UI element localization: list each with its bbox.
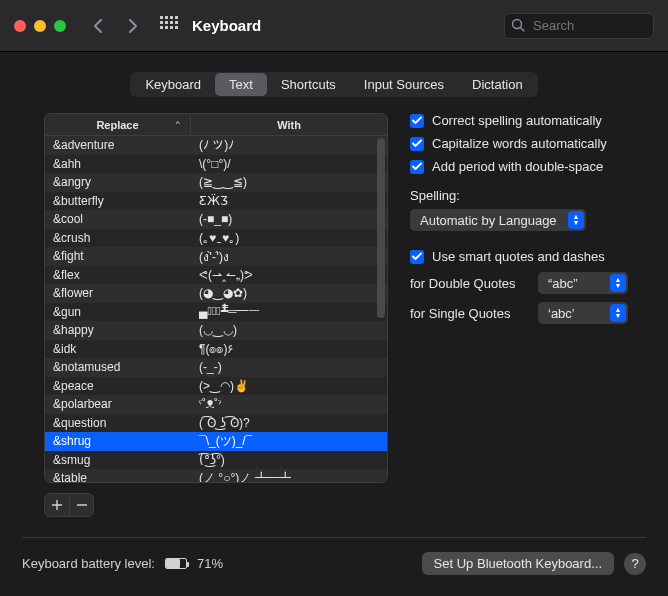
- cell-replace: &ahh: [45, 157, 191, 171]
- table-row[interactable]: &flower(◕‿◕✿): [45, 284, 387, 303]
- column-header-with-label: With: [277, 119, 301, 131]
- tab-dictation[interactable]: Dictation: [458, 73, 537, 96]
- tab-keyboard[interactable]: Keyboard: [131, 73, 215, 96]
- minimize-window-button[interactable]: [34, 20, 46, 32]
- help-button[interactable]: ?: [624, 553, 646, 575]
- tab-input-sources[interactable]: Input Sources: [350, 73, 458, 96]
- search-input[interactable]: [504, 13, 654, 39]
- table-row[interactable]: &butterflyƸӜƷ: [45, 192, 387, 211]
- cell-with: (≧‿‿≦): [191, 175, 387, 189]
- table-row[interactable]: &flexᕙ(⇀‸↼„)ᕗ: [45, 266, 387, 285]
- column-header-replace-label: Replace: [96, 119, 138, 131]
- capitalize-label: Capitalize words automatically: [432, 136, 607, 151]
- table-row[interactable]: &question( ͡ʘ ͜ʖ ͡ʘ)?: [45, 414, 387, 433]
- cell-with: (ノ °○°)ノ ┻━┻: [191, 470, 387, 482]
- capitalize-checkbox-row[interactable]: Capitalize words automatically: [410, 136, 638, 151]
- cell-with: (-■_■): [191, 212, 387, 226]
- cell-with: (◡‿◡): [191, 323, 387, 337]
- chevron-left-icon: [94, 19, 103, 33]
- table-row[interactable]: &shrug¯\_(ツ)_/¯: [45, 432, 387, 451]
- table-row[interactable]: &fight(ง'̀-'́)ง: [45, 247, 387, 266]
- table-row[interactable]: &happy(◡‿◡): [45, 321, 387, 340]
- table-row[interactable]: &angry(≧‿‿≦): [45, 173, 387, 192]
- search-field-wrap: [504, 13, 654, 39]
- column-header-with[interactable]: With: [191, 114, 387, 135]
- table-row[interactable]: &peace(>‿◠)✌: [45, 377, 387, 396]
- cell-replace: &idk: [45, 342, 191, 356]
- table-row[interactable]: &table(ノ °○°)ノ ┻━┻: [45, 469, 387, 482]
- spelling-select-value: Automatic by Language: [420, 213, 557, 228]
- back-button[interactable]: [84, 14, 112, 38]
- table-row[interactable]: &cool(-■_■): [45, 210, 387, 229]
- cell-replace: &butterfly: [45, 194, 191, 208]
- cell-with: ˁ˚ᴥ˚ˀ: [191, 397, 387, 411]
- cell-with: (͡°͜ʖ͡°): [191, 453, 387, 467]
- updown-arrows-icon: ▲▼: [610, 274, 626, 292]
- add-period-checkbox-row[interactable]: Add period with double-space: [410, 159, 638, 174]
- tab-shortcuts[interactable]: Shortcuts: [267, 73, 350, 96]
- remove-button[interactable]: [69, 494, 93, 516]
- text-replacement-table: Replace ⌃ With &adventure(ﾉ ツ)ﾉ&ahh\(°□°…: [44, 113, 388, 483]
- cell-with: (｡♥‿♥｡): [191, 231, 387, 245]
- cell-with: ᕙ(⇀‸↼„)ᕗ: [191, 268, 387, 282]
- zoom-window-button[interactable]: [54, 20, 66, 32]
- cell-replace: &cool: [45, 212, 191, 226]
- cell-with: \(°□°)/: [191, 157, 387, 171]
- cell-replace: &polarbear: [45, 397, 191, 411]
- cell-with: (◕‿◕✿): [191, 286, 387, 300]
- table-row[interactable]: &crush(｡♥‿♥｡): [45, 229, 387, 248]
- correct-spelling-label: Correct spelling automatically: [432, 113, 602, 128]
- forward-button[interactable]: [118, 14, 146, 38]
- column-header-replace[interactable]: Replace ⌃: [45, 114, 191, 135]
- spelling-select[interactable]: Automatic by Language ▲▼: [410, 209, 586, 231]
- checkbox-checked-icon: [410, 160, 424, 174]
- table-row[interactable]: &ahh\(°□°)/: [45, 155, 387, 174]
- cell-with: ƸӜƷ: [191, 194, 387, 208]
- table-row[interactable]: &adventure(ﾉ ツ)ﾉ: [45, 136, 387, 155]
- cell-with: (ﾉ ツ)ﾉ: [191, 138, 387, 152]
- add-button[interactable]: [45, 494, 69, 516]
- single-quotes-select[interactable]: ‘abc’ ▲▼: [538, 302, 628, 324]
- cell-replace: &happy: [45, 323, 191, 337]
- updown-arrows-icon: ▲▼: [610, 304, 626, 322]
- cell-replace: &flower: [45, 286, 191, 300]
- single-quotes-label: for Single Quotes: [410, 306, 528, 321]
- table-row[interactable]: &smug(͡°͜ʖ͡°): [45, 451, 387, 470]
- cell-replace: &shrug: [45, 434, 191, 448]
- bluetooth-keyboard-button[interactable]: Set Up Bluetooth Keyboard...: [422, 552, 614, 575]
- cell-replace: &gun: [45, 305, 191, 319]
- cell-with: ( ͡ʘ ͜ʖ ͡ʘ)?: [191, 416, 387, 430]
- scrollbar-thumb[interactable]: [377, 138, 385, 318]
- cell-with: ¶(๏๏)۶: [191, 339, 387, 358]
- table-row[interactable]: &polarbearˁ˚ᴥ˚ˀ: [45, 395, 387, 414]
- smart-quotes-checkbox-row[interactable]: Use smart quotes and dashes: [410, 249, 638, 264]
- double-quotes-select[interactable]: “abc” ▲▼: [538, 272, 628, 294]
- cell-replace: &crush: [45, 231, 191, 245]
- minus-icon: [77, 500, 87, 510]
- add-period-label: Add period with double-space: [432, 159, 603, 174]
- cell-replace: &flex: [45, 268, 191, 282]
- window-title: Keyboard: [192, 17, 261, 34]
- checkbox-checked-icon: [410, 114, 424, 128]
- nav-buttons: [84, 14, 146, 38]
- plus-icon: [52, 500, 62, 510]
- table-row[interactable]: &gun▄︻̷̿┻̿═━一: [45, 303, 387, 322]
- spelling-section-label: Spelling:: [410, 188, 638, 203]
- table-row[interactable]: &idk¶(๏๏)۶: [45, 340, 387, 359]
- table-row[interactable]: &notamused(-_-): [45, 358, 387, 377]
- cell-replace: &peace: [45, 379, 191, 393]
- correct-spelling-checkbox-row[interactable]: Correct spelling automatically: [410, 113, 638, 128]
- cell-with: (ง'̀-'́)ง: [191, 247, 387, 266]
- close-window-button[interactable]: [14, 20, 26, 32]
- sort-indicator-icon: ⌃: [174, 120, 182, 130]
- smart-quotes-label: Use smart quotes and dashes: [432, 249, 605, 264]
- add-remove-controls: [44, 493, 94, 517]
- battery-label: Keyboard battery level:: [22, 556, 155, 571]
- tab-text[interactable]: Text: [215, 73, 267, 96]
- apps-grid-icon[interactable]: [160, 16, 180, 36]
- svg-line-1: [521, 27, 525, 31]
- window-controls: [14, 20, 66, 32]
- cell-replace: &angry: [45, 175, 191, 189]
- cell-replace: &smug: [45, 453, 191, 467]
- cell-with: ▄︻̷̿┻̿═━一: [191, 303, 387, 320]
